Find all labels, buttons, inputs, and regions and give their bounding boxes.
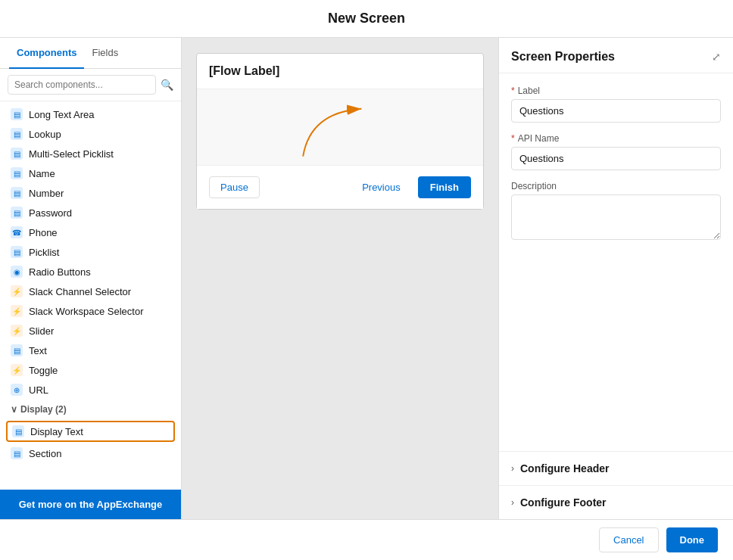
list-item[interactable]: ☎ Phone [0,222,181,242]
configure-header-label: Configure Header [520,462,609,474]
list-item[interactable]: ▤ Number [0,183,181,203]
label-field-group: * Label [511,86,721,123]
component-label: Slack Workspace Selector [29,306,144,317]
configure-footer-row[interactable]: › Configure Footer [499,485,733,519]
display-text-item[interactable]: ▤ Display Text [6,421,175,442]
configure-header-row[interactable]: › Configure Header [499,451,733,485]
search-box: 🔍 [0,69,181,101]
previous-button[interactable]: Previous [351,176,412,198]
list-item[interactable]: ⚡ Slack Channel Selector [0,282,181,301]
api-name-input[interactable] [511,147,721,170]
api-name-field-label: * API Name [511,133,721,144]
description-textarea[interactable] [511,194,721,240]
component-label: Toggle [29,365,58,376]
component-label: URL [29,384,48,396]
component-icon: ⚡ [11,364,23,376]
component-icon: ▤ [11,148,23,160]
list-item[interactable]: ⊕ URL [0,380,181,400]
api-name-field-text: API Name [518,133,560,144]
component-icon: ⚡ [11,305,23,317]
expand-icon[interactable]: ⤢ [712,51,721,63]
screen-footer: Pause Previous Finish [197,165,483,209]
label-input[interactable] [511,99,721,123]
component-label: Name [29,168,55,179]
flow-label: [Flow Label] [209,64,471,78]
section-label: Display (2) [20,404,67,415]
list-item[interactable]: ▤ Long Text Area [0,104,181,124]
finish-button[interactable]: Finish [418,176,471,198]
chevron-right-icon: › [511,463,514,474]
component-label: Display Text [30,426,83,437]
component-icon: ▤ [11,187,23,199]
component-icon: ▤ [11,447,23,459]
list-item[interactable]: ▤ Lookup [0,124,181,144]
list-item[interactable]: ▤ Name [0,163,181,183]
list-item[interactable]: ◉ Radio Buttons [0,262,181,282]
sidebar: Components Fields 🔍 ▤ Long Text Area ▤ L… [0,38,182,519]
canvas-area: [Flow Label] Pause Previous Finish [182,38,498,519]
screen-header: [Flow Label] [197,54,483,89]
list-item[interactable]: ⚡ Toggle [0,360,181,380]
search-input[interactable] [8,75,156,95]
description-field-group: Description [511,181,721,242]
list-item[interactable]: ▤ Picklist [0,242,181,262]
component-label: Password [29,207,72,219]
pause-button[interactable]: Pause [209,176,260,198]
label-field-text: Label [518,86,540,96]
cancel-button[interactable]: Cancel [599,527,658,552]
list-item[interactable]: ⚡ Slack Workspace Selector [0,301,181,321]
panel-body: * Label * API Name Description [499,73,733,451]
component-icon: ▤ [11,246,23,258]
search-icon-button[interactable]: 🔍 [161,79,173,91]
component-label: Long Text Area [29,109,95,120]
api-name-field-group: * API Name [511,133,721,170]
component-label: Number [29,188,64,199]
description-field-text: Description [511,181,557,191]
component-list: ▤ Long Text Area ▤ Lookup ▤ Multi-Select… [0,101,181,490]
component-icon: ▤ [12,425,24,437]
label-field-label: * Label [511,86,721,96]
list-item[interactable]: ⚡ Slider [0,321,181,341]
right-panel: Screen Properties ⤢ * Label * API Name [498,38,733,519]
list-item[interactable]: ▤ Multi-Select Picklist [0,144,181,163]
required-star: * [511,133,515,144]
component-icon: ⚡ [11,285,23,297]
description-field-label: Description [511,181,721,191]
sidebar-tabs: Components Fields [0,38,181,69]
component-icon: ⚡ [11,325,23,337]
tab-fields[interactable]: Fields [84,38,126,69]
tab-components[interactable]: Components [9,38,84,69]
component-icon: ▤ [11,128,23,140]
screen-content[interactable] [197,89,483,165]
component-label: Slider [29,325,54,337]
done-button[interactable]: Done [666,527,719,552]
required-star: * [511,86,515,96]
component-icon: ▤ [11,344,23,356]
component-icon: ◉ [11,266,23,278]
appexchange-button[interactable]: Get more on the AppExchange [0,490,181,519]
component-label: Slack Channel Selector [29,286,131,297]
component-icon: ▤ [11,167,23,179]
panel-title: Screen Properties [511,50,615,64]
component-label: Text [29,345,47,356]
component-label: Section [29,448,61,459]
chevron-down-icon: ∨ [11,404,17,415]
configure-footer-label: Configure Footer [520,496,607,509]
component-label: Radio Buttons [29,266,91,278]
list-item[interactable]: ▤ Password [0,203,181,222]
page-title: New Screen [0,0,733,38]
component-label: Picklist [29,247,59,258]
component-label: Multi-Select Picklist [29,148,114,160]
list-item[interactable]: ▤ Text [0,341,181,360]
component-icon: ▤ [11,207,23,219]
component-icon: ▤ [11,108,23,120]
screen-frame: [Flow Label] Pause Previous Finish [196,53,484,210]
chevron-right-icon: › [511,497,514,508]
bottom-bar: Cancel Done [0,519,733,560]
component-label: Lookup [29,129,61,140]
display-section-header[interactable]: ∨ Display (2) [0,400,181,419]
list-item[interactable]: ▤ Section [0,443,181,463]
panel-header: Screen Properties ⤢ [499,38,733,73]
component-label: Phone [29,227,58,238]
component-icon: ☎ [11,226,23,238]
